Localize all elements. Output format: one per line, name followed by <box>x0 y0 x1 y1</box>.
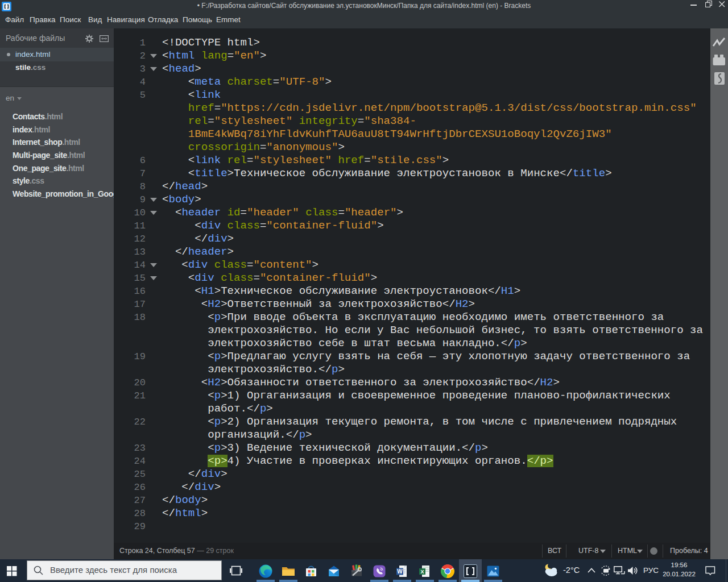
svg-text:W: W <box>397 568 403 575</box>
svg-text:X: X <box>420 569 424 575</box>
